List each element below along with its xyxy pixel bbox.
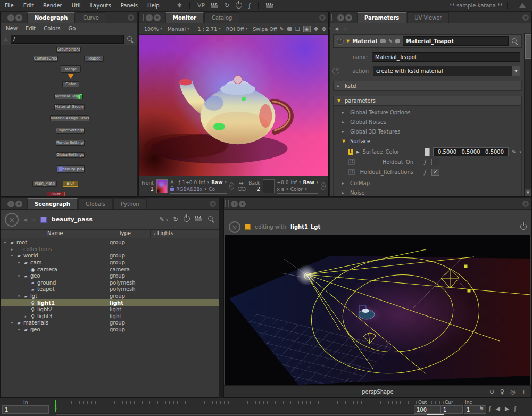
roi-dropdown[interactable]: ROI Off▾: [223, 26, 250, 32]
timeline-scrollbar[interactable]: [56, 413, 444, 415]
node[interactable]: ObjectSettings: [56, 128, 85, 134]
out-frame-field[interactable]: 100: [414, 405, 440, 414]
search-icon[interactable]: [127, 36, 134, 43]
tab[interactable]: Curve: [76, 12, 106, 23]
tab[interactable]: Parameters: [357, 12, 406, 23]
expander-icon[interactable]: ▾: [10, 320, 14, 326]
panel-grip[interactable]: [140, 14, 144, 21]
in-frame-field[interactable]: 1: [2, 405, 49, 414]
link-icon[interactable]: ○○: [238, 186, 245, 192]
update-mode-dropdown[interactable]: Manual▾: [165, 26, 192, 32]
clear-back-icon[interactable]: ×: [321, 182, 326, 190]
render-clapper-icon[interactable]: [266, 3, 273, 8]
forward-icon[interactable]: ▷: [32, 217, 36, 222]
column-divider[interactable]: [179, 230, 179, 238]
pen-icon[interactable]: ✎: [512, 149, 516, 155]
refresh-icon[interactable]: ↻: [225, 2, 229, 9]
name-input[interactable]: Material_Teapot: [372, 52, 520, 62]
buffer-link[interactable]: ↔ ○○: [238, 181, 245, 192]
node[interactable]: Blur: [63, 181, 78, 187]
gang-icon[interactable]: ʃ: [424, 169, 428, 176]
column-divider[interactable]: [150, 230, 151, 238]
zoom-dropdown[interactable]: 100%▾: [142, 26, 165, 32]
badge-icon[interactable]: [380, 39, 386, 43]
comment-icon[interactable]: [287, 26, 292, 32]
front-thumbnail[interactable]: [156, 179, 168, 193]
panel-grip[interactable]: [2, 14, 5, 21]
search-icon[interactable]: [511, 38, 518, 45]
menu-item[interactable]: Util: [67, 3, 86, 9]
help-icon[interactable]: ?: [332, 68, 339, 74]
holdout-on-checkbox[interactable]: [431, 159, 439, 165]
forward-icon[interactable]: ▷: [344, 26, 347, 31]
target-icon[interactable]: ◎: [510, 388, 516, 395]
default-value-badge[interactable]: D: [348, 169, 355, 175]
panel-split-icon[interactable]: +: [337, 14, 344, 21]
ratio-dropdown[interactable]: 1 : 2.71▾: [195, 26, 223, 32]
scroll-down-icon[interactable]: ▼: [525, 189, 531, 196]
default-value-badge[interactable]: D: [348, 159, 355, 165]
back-icon[interactable]: ◀: [23, 217, 27, 222]
parameters-section-header[interactable]: ▼ parameters: [333, 96, 522, 106]
scenegraph-row[interactable]: ▾ root group: [1, 239, 219, 246]
pen-icon[interactable]: ✎ ▾: [160, 216, 168, 223]
panel-menu-icon[interactable]: ▾: [154, 14, 161, 21]
group-surface[interactable]: ▼Surface: [334, 136, 521, 146]
tab[interactable]: UV Viewer: [407, 12, 449, 23]
plus-icon[interactable]: +: [521, 388, 526, 395]
panel-grip[interactable]: [225, 200, 229, 207]
scenegraph-row[interactable]: light1 light: [1, 299, 219, 306]
panel-grip[interactable]: [331, 14, 335, 21]
prev-frame-icon[interactable]: ◀: [496, 405, 500, 412]
panel-close-icon[interactable]: ×: [210, 201, 216, 207]
render-view[interactable]: [139, 35, 328, 176]
scenegraph-row[interactable]: ground polymesh: [1, 280, 219, 287]
node-name-input[interactable]: Material_Teapot: [403, 36, 509, 46]
local-value-badge[interactable]: L: [348, 149, 353, 155]
annotate-pen-icon[interactable]: ✎: [280, 26, 284, 32]
node[interactable]: Gafer: [62, 81, 79, 87]
power-icon[interactable]: [184, 215, 190, 223]
liveness-icon[interactable]: ×: [5, 213, 19, 227]
group-global-3d-textures[interactable]: ▸Global 3D Textures: [334, 127, 521, 136]
panel-close-icon[interactable]: ×: [522, 201, 529, 207]
action-select[interactable]: create with kstd material ▼: [373, 66, 520, 76]
menu-item[interactable]: Render: [38, 3, 67, 9]
scenegraph-row[interactable]: light2 light: [1, 306, 219, 313]
menu-item[interactable]: Help: [143, 3, 164, 9]
clear-front-icon[interactable]: ×: [229, 182, 234, 190]
scenegraph-row[interactable]: ▾ cam group: [1, 260, 219, 267]
panel-close-icon[interactable]: ×: [319, 14, 326, 21]
search-icon[interactable]: [207, 215, 214, 224]
tab[interactable]: Globals: [78, 198, 113, 209]
nodegraph-menu-item[interactable]: New: [6, 26, 18, 31]
group-colmap[interactable]: ▸ColMap: [334, 178, 521, 188]
node[interactable]: Merge: [61, 65, 81, 73]
expander-icon[interactable]: ▾: [16, 260, 21, 266]
swipe-toggle[interactable]: Swipe Off: [250, 26, 279, 32]
node[interactable]: RenderSettings: [56, 140, 85, 146]
menu-item[interactable]: Panels: [116, 3, 143, 9]
panel-split-icon[interactable]: +: [7, 201, 14, 207]
tab[interactable]: Monitor: [165, 12, 204, 23]
node[interactable]: CameraCreate: [34, 56, 58, 62]
current-frame-field[interactable]: 1: [440, 405, 463, 414]
panel-close-icon[interactable]: ×: [128, 14, 134, 21]
column-type[interactable]: Type: [119, 230, 131, 236]
lock-icon[interactable]: [170, 188, 174, 191]
tab[interactable]: Catalog: [204, 12, 239, 23]
tab[interactable]: Scenegraph: [27, 198, 78, 209]
scenegraph-row[interactable]: ▾ lgt group: [1, 293, 219, 300]
nodegraph-menu-item[interactable]: Go: [69, 26, 76, 31]
color-values-field[interactable]: 0.5000 0.5000 0.5000: [433, 147, 509, 156]
holdout-refractions-checkbox[interactable]: ✓: [431, 169, 439, 176]
scenegraph-row[interactable]: ▾ world group: [1, 253, 219, 260]
gear-icon[interactable]: ✻: [177, 2, 182, 9]
panel-split-icon[interactable]: +: [231, 201, 238, 207]
column-lights[interactable]: ▾ Lights: [154, 230, 173, 236]
group-noise[interactable]: ▸Noise: [334, 188, 521, 196]
crosshair-icon[interactable]: ⊕: [322, 26, 326, 32]
swatches-icon[interactable]: ❖: [314, 26, 319, 32]
panel-menu-icon[interactable]: ▾: [15, 201, 22, 207]
column-name[interactable]: Name: [47, 230, 63, 236]
